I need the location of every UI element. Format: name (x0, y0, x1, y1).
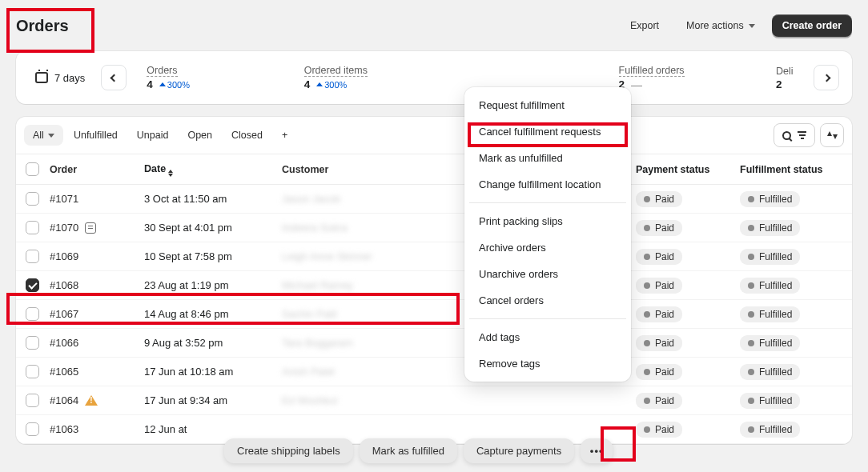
order-date: 12 Jun at (144, 423, 282, 435)
stat-label: Fulfilled orders (619, 65, 685, 77)
payment-status-badge: Paid (636, 393, 682, 409)
table-row[interactable]: #106910 Sept at 7:58 pmLeigh Anne Skinne… (16, 242, 852, 271)
fulfillment-status-badge: Fulfilled (740, 191, 800, 207)
fulfillment-status-badge: Fulfilled (740, 422, 800, 438)
col-payment-status[interactable]: Payment status (636, 164, 740, 175)
tab-unpaid[interactable]: Unpaid (128, 125, 178, 146)
col-fulfillment-status[interactable]: Fulfillment status (740, 164, 842, 175)
search-filter-button[interactable] (774, 123, 815, 147)
payment-status-badge: Paid (636, 306, 682, 322)
table-row[interactable]: #10669 Aug at 3:52 pmTara BoggaramPaidFu… (16, 329, 852, 358)
menu-item[interactable]: Cancel fulfillment requests (469, 118, 626, 145)
create-order-button[interactable]: Create order (772, 14, 852, 37)
table-row[interactable]: #106823 Aug at 1:19 pmMichael RaineyPaid… (16, 271, 852, 300)
bulk-actions-menu: Request fulfillmentCancel fulfillment re… (464, 87, 631, 382)
payment-status-badge: Paid (636, 422, 682, 438)
chevron-down-icon (749, 24, 755, 28)
select-all-checkbox[interactable] (26, 162, 39, 176)
tab-unfulfilled[interactable]: Unfulfilled (65, 125, 127, 146)
more-actions-button[interactable]: More actions (676, 14, 766, 37)
stat-ordered-items[interactable]: Ordered items 4 300% (289, 51, 446, 104)
warning-icon (85, 395, 98, 406)
menu-item[interactable]: Request fulfillment (469, 92, 626, 118)
stat-value: 2 (776, 78, 794, 90)
row-checkbox[interactable] (26, 394, 39, 407)
row-checkbox[interactable] (26, 278, 39, 292)
stat-delta: 300% (316, 80, 347, 90)
page-title: Orders (16, 17, 69, 35)
tab-all[interactable]: All (24, 125, 63, 146)
period-label: 7 days (54, 72, 85, 84)
order-number: #1069 (50, 250, 78, 262)
col-customer[interactable]: Customer (282, 164, 482, 175)
tab-open[interactable]: Open (179, 125, 221, 146)
customer-name: Leigh Anne Skinner (282, 250, 482, 262)
order-date: 23 Aug at 1:19 pm (144, 279, 282, 291)
order-number: #1066 (50, 337, 78, 349)
calendar-icon (35, 72, 48, 83)
row-checkbox[interactable] (26, 250, 39, 263)
customer-name: Anish Patel (282, 366, 482, 378)
row-checkbox[interactable] (26, 221, 39, 234)
order-date: 10 Sept at 7:58 pm (144, 250, 282, 262)
menu-item[interactable]: Change fulfillment location (469, 171, 626, 198)
fulfillment-status-badge: Fulfilled (740, 278, 800, 294)
capture-payments-button[interactable]: Capture payments (464, 438, 574, 463)
order-date: 17 Jun at 9:34 am (144, 394, 282, 406)
add-view-button[interactable]: + (273, 125, 296, 146)
menu-item[interactable]: Add tags (469, 324, 626, 350)
order-date: 14 Aug at 8:46 pm (144, 308, 282, 320)
row-checkbox[interactable] (26, 307, 39, 321)
row-checkbox[interactable] (26, 422, 39, 436)
order-number: #1070 (50, 222, 78, 234)
customer-name: Ed Woshkul (282, 394, 482, 406)
export-button[interactable]: Export (620, 14, 669, 37)
chevron-right-icon (822, 74, 830, 82)
order-number: #1064 (50, 394, 78, 406)
payment-status-badge: Paid (636, 364, 682, 380)
chevron-left-icon (110, 74, 118, 82)
chevron-down-icon (48, 134, 54, 138)
menu-item[interactable]: Archive orders (469, 234, 626, 261)
stat-delta: 300% (159, 80, 190, 90)
stat-label: Orders (147, 65, 177, 77)
table-row[interactable]: #107030 Sept at 4:01 pmIndeera SukraPaid… (16, 214, 852, 242)
stat-orders[interactable]: Orders 4 300% (131, 51, 288, 104)
order-date: 30 Sept at 4:01 pm (144, 222, 282, 234)
payment-status-badge: Paid (636, 220, 682, 236)
tab-closed[interactable]: Closed (223, 125, 271, 146)
fulfillment-status-badge: Fulfilled (740, 220, 800, 236)
note-icon (85, 222, 96, 234)
table-row[interactable]: #10713 Oct at 11:50 amJason JacobPaidFul… (16, 185, 852, 214)
col-date[interactable]: Date (144, 163, 282, 176)
table-row[interactable]: #106714 Aug at 8:46 pmSachin PatilPaidFu… (16, 300, 852, 329)
row-checkbox[interactable] (26, 192, 39, 206)
col-order[interactable]: Order (50, 164, 144, 175)
stat-delivered[interactable]: Deli 2 (761, 51, 809, 104)
sort-button[interactable] (820, 123, 844, 147)
more-bulk-actions-button[interactable]: ••• (581, 438, 613, 463)
period-selector[interactable]: 7 days (24, 51, 96, 104)
order-date: 3 Oct at 11:50 am (144, 193, 282, 205)
stat-value: 4 (147, 78, 153, 90)
fulfillment-status-badge: Fulfilled (740, 306, 800, 322)
create-shipping-labels-button[interactable]: Create shipping labels (224, 438, 353, 463)
row-checkbox[interactable] (26, 336, 39, 350)
menu-item[interactable]: Mark as unfulfilled (469, 145, 626, 171)
table-row[interactable]: #106517 Jun at 10:18 amAnish PatelPaidFu… (16, 358, 852, 386)
row-checkbox[interactable] (26, 365, 39, 378)
sort-icon (827, 133, 838, 138)
payment-status-badge: Paid (636, 249, 682, 265)
mark-as-fulfilled-button[interactable]: Mark as fulfilled (360, 438, 457, 463)
menu-item[interactable]: Remove tags (469, 350, 626, 377)
more-actions-label: More actions (686, 20, 744, 31)
stats-prev-button[interactable] (101, 65, 127, 90)
stats-next-button[interactable] (814, 65, 839, 90)
orders-table-card: All Unfulfilled Unpaid Open Closed + Ord… (16, 117, 852, 444)
fulfillment-status-badge: Fulfilled (740, 393, 800, 409)
menu-item[interactable]: Print packing slips (469, 208, 626, 234)
order-number: #1071 (50, 193, 78, 205)
menu-item[interactable]: Unarchive orders (469, 261, 626, 287)
table-row[interactable]: #106417 Jun at 9:34 amEd WoshkulPaidFulf… (16, 386, 852, 415)
menu-item[interactable]: Cancel orders (469, 287, 626, 314)
